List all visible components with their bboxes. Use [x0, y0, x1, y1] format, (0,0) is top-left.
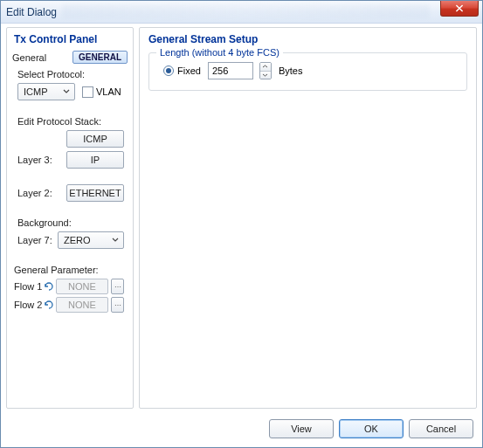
spin-down-button[interactable]	[260, 72, 271, 79]
vlan-checkbox[interactable]	[82, 86, 93, 98]
layer3-label: Layer 3:	[17, 155, 56, 165]
layer7-combo[interactable]: ZERO	[58, 231, 124, 249]
flow1-row: Flow 1 NONE	[14, 279, 128, 294]
layer2-label: Layer 2:	[17, 188, 56, 198]
select-protocol-label: Select Protocol:	[17, 69, 128, 79]
ok-button[interactable]: OK	[339, 419, 404, 438]
protocol-value: ICMP	[24, 86, 60, 97]
flow2-row: Flow 2 NONE	[14, 297, 128, 313]
footer-buttons: View OK Cancel	[269, 419, 473, 438]
length-spinner[interactable]	[259, 62, 272, 79]
layer7-value: ZERO	[64, 235, 109, 245]
flow1-value: NONE	[56, 279, 108, 294]
icmp-button[interactable]: ICMP	[66, 130, 124, 148]
general-label: General	[12, 52, 46, 63]
window-title: Edit Dialog	[6, 6, 57, 18]
dialog-window: Edit Dialog Tx Control Panel General GEN…	[0, 0, 483, 448]
flow2-label: Flow 2	[14, 300, 44, 310]
fixed-radio[interactable]	[163, 65, 174, 76]
ethernet-button[interactable]: ETHERNET	[66, 184, 124, 202]
content-area: Tx Control Panel General GENERAL Select …	[6, 27, 477, 409]
close-button[interactable]	[440, 1, 479, 17]
edit-stack-label: Edit Protocol Stack:	[17, 116, 128, 127]
cancel-button[interactable]: Cancel	[409, 419, 473, 438]
spin-up-button[interactable]	[260, 63, 271, 72]
flow2-browse-button[interactable]	[111, 297, 124, 313]
layer7-label: Layer 7:	[17, 235, 56, 245]
left-panel-title: Tx Control Panel	[14, 33, 128, 45]
flow2-value: NONE	[56, 297, 108, 313]
length-input[interactable]	[208, 62, 253, 79]
refresh-icon[interactable]	[44, 281, 54, 292]
background-label: Background:	[17, 217, 128, 228]
close-icon	[455, 4, 464, 12]
length-group-label: Length (without 4 byte FCS)	[156, 47, 283, 58]
general-button[interactable]: GENERAL	[72, 51, 128, 64]
view-button[interactable]: View	[269, 419, 334, 438]
chevron-down-icon	[109, 238, 121, 243]
vlan-label: VLAN	[96, 86, 121, 97]
fixed-radio-wrap[interactable]: Fixed	[163, 65, 201, 76]
title-bar: Edit Dialog	[1, 1, 482, 24]
refresh-icon[interactable]	[44, 300, 54, 310]
protocol-combo[interactable]: ICMP	[17, 83, 75, 100]
tx-control-panel: Tx Control Panel General GENERAL Select …	[6, 27, 134, 409]
bytes-label: Bytes	[279, 65, 303, 76]
vlan-checkbox-wrap[interactable]: VLAN	[82, 86, 121, 98]
flow1-label: Flow 1	[14, 281, 44, 292]
flow1-browse-button[interactable]	[111, 279, 124, 294]
chevron-down-icon	[60, 89, 72, 94]
ip-button[interactable]: IP	[66, 151, 124, 169]
fixed-label: Fixed	[177, 65, 201, 76]
general-stream-setup-panel: General Stream Setup Length (without 4 b…	[139, 27, 477, 409]
titlebar-glass	[62, 4, 430, 18]
length-groupbox: Length (without 4 byte FCS) Fixed Bytes	[148, 52, 467, 91]
general-parameter-label: General Parameter:	[14, 265, 128, 275]
right-panel-title: General Stream Setup	[148, 33, 469, 45]
